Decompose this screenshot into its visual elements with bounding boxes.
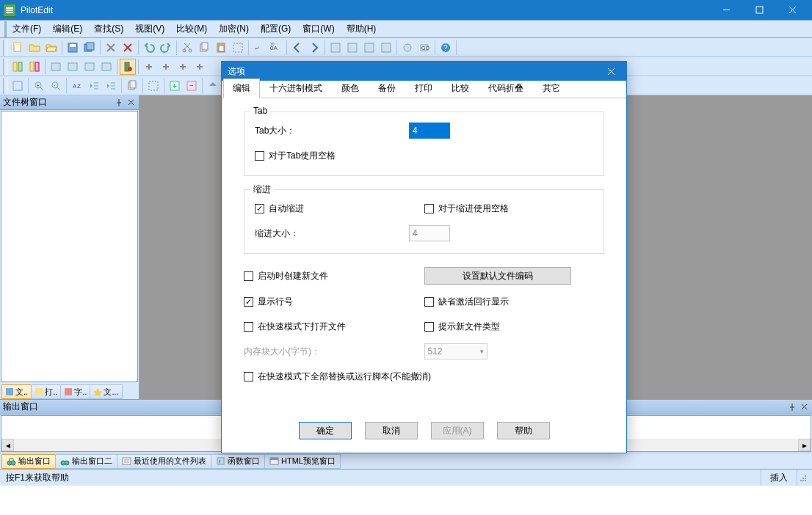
tb3-select-icon[interactable] <box>145 78 162 94</box>
output-tab-4[interactable]: HTML预览窗口 <box>264 454 341 469</box>
resize-grip-icon[interactable] <box>797 472 808 483</box>
menu-view[interactable]: 视图(V) <box>129 21 170 37</box>
mem-block-combo[interactable]: 512 ▾ <box>424 343 487 359</box>
open-file-icon[interactable] <box>26 40 43 56</box>
tb2-j-icon[interactable] <box>175 59 191 75</box>
save-all-icon[interactable] <box>81 40 98 56</box>
tb3-zoom-out-icon[interactable]: - <box>48 78 64 94</box>
tb3-indent-right-icon[interactable] <box>103 78 119 94</box>
toolbar-btn-f[interactable]: GO <box>416 40 432 56</box>
toolbar-grip[interactable] <box>3 78 7 94</box>
set-default-encoding-button[interactable]: 设置默认文件编码 <box>424 267 571 285</box>
auto-indent-checkbox[interactable]: 自动缩进 <box>255 202 424 215</box>
indent-use-spaces-checkbox[interactable]: 对于缩进使用空格 <box>424 202 594 215</box>
dialog-tab-edit[interactable]: 编辑 <box>223 78 260 98</box>
copy-icon[interactable] <box>196 40 212 56</box>
panel-tab-3[interactable]: 文... <box>90 384 122 399</box>
toolbar-btn-b[interactable] <box>344 40 360 56</box>
output-tab-2[interactable]: 最近使用的文件列表 <box>117 454 211 469</box>
dialog-tab-backup[interactable]: 备份 <box>369 78 405 98</box>
default-wrap-checkbox[interactable]: 缺省激活回行显示 <box>424 296 605 308</box>
tb3-remove-icon[interactable]: − <box>184 78 200 94</box>
ok-button[interactable]: 确定 <box>299 422 352 439</box>
paste-icon[interactable] <box>213 40 229 56</box>
menu-help[interactable]: 帮助(H) <box>341 21 383 37</box>
menu-encrypt[interactable]: 加密(N) <box>213 21 255 37</box>
menu-edit[interactable]: 编辑(E) <box>47 21 88 37</box>
dialog-tab-hex[interactable]: 十六进制模式 <box>260 78 332 98</box>
dialog-tab-fold[interactable]: 代码折叠 <box>479 78 533 98</box>
tb3-copy-icon[interactable] <box>124 78 140 94</box>
help-button[interactable]: 帮助 <box>497 422 550 439</box>
menu-find[interactable]: 查找(S) <box>88 21 129 37</box>
fast-replace-checkbox[interactable]: 在快速模式下全部替换或运行脚本(不能撤消) <box>244 370 431 383</box>
toolbar-btn-a[interactable] <box>327 40 344 56</box>
tab-use-spaces-checkbox[interactable]: 对于Tab使用空格 <box>255 150 336 162</box>
select-all-icon[interactable] <box>230 40 246 56</box>
tb2-k-icon[interactable] <box>192 59 208 75</box>
apply-button[interactable]: 应用(A) <box>431 422 484 439</box>
file-tree-body[interactable] <box>1 111 138 382</box>
cancel-button[interactable]: 取消 <box>365 422 418 439</box>
next-icon[interactable] <box>306 40 322 56</box>
tab-size-input[interactable] <box>409 123 450 139</box>
tb3-indent-left-icon[interactable] <box>86 78 102 94</box>
open-fast-mode-checkbox[interactable]: 在快速模式下打开文件 <box>244 321 424 333</box>
undo-icon[interactable] <box>141 40 157 56</box>
tb2-i-icon[interactable] <box>158 59 174 75</box>
tb3-zoom-fit-icon[interactable] <box>10 78 26 94</box>
hint-new-type-checkbox[interactable]: 提示新文件类型 <box>424 321 605 333</box>
close-file-icon[interactable] <box>103 40 119 56</box>
tb2-c-icon[interactable] <box>48 59 64 75</box>
indent-size-input[interactable] <box>409 225 450 241</box>
delete-icon[interactable] <box>120 40 136 56</box>
maximize-button[interactable] <box>743 0 776 20</box>
toolbar-grip[interactable] <box>3 40 7 56</box>
close-button[interactable] <box>776 0 809 20</box>
scroll-right-icon[interactable]: ▸ <box>798 439 811 451</box>
redo-icon[interactable] <box>158 40 174 56</box>
panel-tab-1[interactable]: 打.. <box>31 384 61 399</box>
pin-icon[interactable] <box>114 98 124 108</box>
menu-window[interactable]: 窗口(W) <box>297 21 340 37</box>
toolbar-btn-c[interactable] <box>361 40 377 56</box>
panel-close-icon[interactable] <box>126 98 136 108</box>
panel-tab-0[interactable]: 文.. <box>1 384 32 399</box>
output-tab-1[interactable]: 输出窗口二 <box>55 454 117 469</box>
tb3-zoom-in-icon[interactable]: + <box>31 78 47 94</box>
dialog-tab-other[interactable]: 其它 <box>533 78 570 98</box>
new-file-icon[interactable] <box>10 40 26 56</box>
tb2-f-icon[interactable] <box>98 59 115 75</box>
prev-icon[interactable] <box>289 40 305 56</box>
tb2-b-icon[interactable] <box>26 59 43 75</box>
output-tab-3[interactable]: f函数窗口 <box>211 454 265 469</box>
pin-icon[interactable] <box>787 402 797 412</box>
toolbar-btn-d[interactable] <box>378 40 394 56</box>
tb2-a-icon[interactable] <box>10 59 26 75</box>
dialog-tab-compare[interactable]: 比较 <box>442 78 479 98</box>
word-wrap-icon[interactable]: ⤶ <box>251 40 267 56</box>
show-line-number-checkbox[interactable]: 显示行号 <box>244 296 424 308</box>
tb2-g-icon[interactable] <box>120 59 136 75</box>
tb3-sort-icon[interactable]: AZ <box>69 78 85 94</box>
tb2-e-icon[interactable] <box>81 59 98 75</box>
scroll-left-icon[interactable]: ◂ <box>1 439 14 451</box>
open-folder-icon[interactable] <box>43 40 59 56</box>
tb3-add-icon[interactable]: + <box>167 78 183 94</box>
minimize-button[interactable] <box>710 0 743 20</box>
menu-file[interactable]: 文件(F) <box>7 21 47 37</box>
dialog-tab-color[interactable]: 颜色 <box>332 78 369 98</box>
panel-close-icon[interactable] <box>799 402 809 412</box>
tb2-d-icon[interactable] <box>65 59 81 75</box>
panel-tab-2[interactable]: 字.. <box>60 384 90 399</box>
cut-icon[interactable] <box>179 40 195 56</box>
hex-icon[interactable]: 0A10 <box>268 40 284 56</box>
create-new-on-start-checkbox[interactable]: 启动时创建新文件 <box>244 270 424 282</box>
output-tab-0[interactable]: 输出窗口 <box>1 454 56 469</box>
dialog-tab-print[interactable]: 打印 <box>405 78 442 98</box>
tb3-prev-diff-icon[interactable] <box>205 78 221 94</box>
tb2-h-icon[interactable] <box>141 59 157 75</box>
toolbar-btn-e[interactable] <box>399 40 416 56</box>
menu-config[interactable]: 配置(G) <box>255 21 297 37</box>
toolbar-grip[interactable] <box>3 59 7 75</box>
